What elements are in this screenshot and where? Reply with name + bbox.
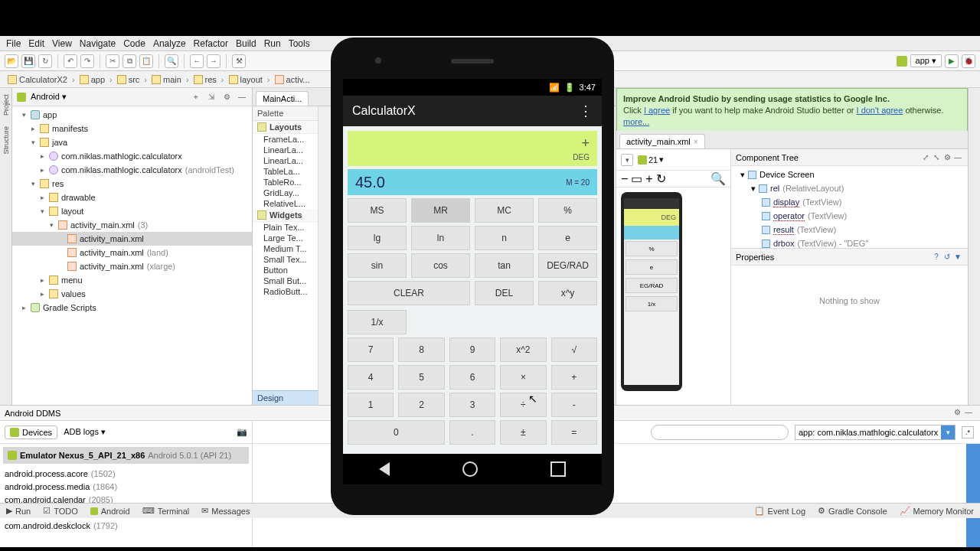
refresh-icon[interactable]: ↻ [656, 171, 666, 186]
key-9[interactable]: 9 [449, 337, 495, 362]
save-icon[interactable]: 💾 [21, 54, 35, 68]
more-link[interactable]: more... [623, 117, 649, 126]
status-todo[interactable]: ☑ TODO [37, 504, 84, 517]
design-tab[interactable]: Design [253, 390, 318, 405]
menu-code[interactable]: Code [123, 38, 145, 49]
collapse-icon[interactable]: ⤡ [931, 152, 942, 163]
key-2[interactable]: 2 [398, 393, 444, 417]
menu-edit[interactable]: Edit [28, 38, 44, 49]
palette-group-widgets[interactable]: Widgets [253, 209, 318, 222]
menu-build[interactable]: Build [236, 38, 256, 49]
key-lg[interactable]: lg [348, 226, 407, 250]
project-view-dropdown[interactable]: Android ▾ [31, 92, 67, 102]
key-sqrt[interactable]: √ [551, 337, 597, 362]
gear-icon[interactable]: ⚙ [221, 92, 232, 103]
hide-icon[interactable]: — [952, 152, 963, 163]
filter-icon[interactable]: ▼ [952, 252, 963, 262]
status-event-log[interactable]: 📋 Event Log [748, 504, 812, 517]
debug-icon[interactable]: 🐞 [962, 54, 975, 68]
menu-analyze[interactable]: Analyze [153, 38, 186, 49]
paste-icon[interactable]: 📋 [139, 54, 153, 68]
key-6[interactable]: 6 [449, 365, 495, 390]
key-add[interactable]: + [551, 365, 597, 390]
palette-group-layouts[interactable]: Layouts [253, 121, 318, 134]
crumb-layout[interactable]: layout [226, 74, 266, 85]
key-n[interactable]: n [475, 226, 534, 250]
key-3[interactable]: 3 [449, 393, 495, 417]
crumb-res[interactable]: res [191, 74, 220, 85]
key-cos[interactable]: cos [411, 253, 470, 278]
key-5[interactable]: 5 [398, 365, 444, 390]
crumb-app[interactable]: app [77, 74, 108, 85]
selected-emulator[interactable]: Emulator Nexus_5_API_21_x86Android 5.0.1… [3, 447, 249, 464]
crumb-src[interactable]: src [114, 74, 143, 85]
key-degrad[interactable]: DEG/RAD [538, 253, 597, 278]
key-mc[interactable]: MC [475, 198, 534, 223]
zoom-in-icon[interactable]: + [645, 172, 652, 186]
gear-icon[interactable]: ⚙ [954, 408, 965, 419]
menu-navigate[interactable]: Navigate [80, 38, 116, 49]
status-messages[interactable]: ✉ Messages [195, 504, 256, 517]
scroll-from-source-icon[interactable]: ⌖ [191, 92, 201, 103]
sync-icon[interactable]: ↻ [38, 54, 52, 68]
menu-refactor[interactable]: Refactor [194, 38, 228, 49]
run-config-dropdown[interactable]: app ▾ [910, 54, 942, 67]
reset-icon[interactable]: ↺ [942, 252, 952, 262]
help-icon[interactable]: ? [931, 252, 942, 262]
run-icon[interactable]: ▶ [945, 54, 959, 68]
key-sin[interactable]: sin [348, 253, 407, 278]
agree-link[interactable]: I agree [644, 106, 670, 115]
find-icon[interactable]: 🔍 [165, 54, 178, 68]
key-7[interactable]: 7 [348, 337, 394, 362]
key-dot[interactable]: . [449, 420, 495, 445]
key-tan[interactable]: tan [475, 253, 534, 278]
hide-icon[interactable]: — [237, 92, 247, 103]
key-ln[interactable]: ln [411, 226, 470, 250]
status-gradle-console[interactable]: ⚙ Gradle Console [812, 504, 893, 517]
key-4[interactable]: 4 [348, 365, 394, 390]
gear-icon[interactable]: ⚙ [942, 152, 952, 163]
open-icon[interactable]: 📂 [5, 54, 18, 68]
key-1[interactable]: 1 [348, 393, 394, 417]
screenshot-icon[interactable]: 📷 [237, 427, 247, 437]
key-mul[interactable]: × [500, 365, 546, 390]
key-div[interactable]: ÷ [500, 393, 546, 417]
redo-icon[interactable]: ↷ [80, 54, 94, 68]
log-search-input[interactable] [651, 425, 789, 440]
crumb-main[interactable]: main [149, 74, 185, 85]
make-icon[interactable]: ⚒ [232, 54, 246, 68]
menu-view[interactable]: View [52, 38, 72, 49]
key-e[interactable]: e [538, 226, 597, 250]
overflow-icon[interactable]: ⋮ [579, 103, 593, 119]
key-del[interactable]: DEL [475, 281, 534, 305]
key-xpy[interactable]: x^y [538, 281, 597, 305]
zoom-out-icon[interactable]: − [621, 172, 628, 186]
search-icon[interactable]: 🔍 [710, 171, 726, 186]
status-android[interactable]: Android [84, 505, 136, 517]
disagree-link[interactable]: I don't agree [857, 106, 903, 115]
nav-home-icon[interactable] [462, 461, 478, 477]
key-pm[interactable]: ± [500, 420, 546, 445]
status-terminal[interactable]: ⌨ Terminal [136, 504, 196, 517]
crumb-file[interactable]: activ... [272, 74, 313, 85]
component-tree[interactable]: ▾Device Screen ▾rel (RelativeLayout) dis… [731, 166, 968, 252]
adb-logs-tab[interactable]: ADB logs ▾ [64, 427, 106, 437]
gutter-project[interactable]: Project [2, 91, 11, 119]
fwd-icon[interactable]: → [207, 54, 220, 68]
key-mr[interactable]: MR [411, 198, 470, 223]
undo-icon[interactable]: ↶ [64, 54, 77, 68]
devices-tab[interactable]: Devices [5, 425, 57, 439]
gutter-structure[interactable]: Structure [2, 123, 11, 158]
key-inv[interactable]: 1/x [348, 310, 407, 334]
crumb-project[interactable]: CalculatorX2 [5, 74, 70, 85]
expand-icon[interactable]: ⤢ [920, 152, 931, 163]
key-percent[interactable]: % [538, 198, 597, 223]
zoom-fit-icon[interactable]: ▭ [631, 171, 642, 186]
menu-run[interactable]: Run [264, 38, 281, 49]
key-eq[interactable]: = [551, 420, 597, 445]
hide-icon[interactable]: — [965, 408, 975, 419]
tab-activity-main[interactable]: activity_main.xml× [619, 134, 705, 148]
device-icon[interactable]: ▾ [621, 154, 633, 166]
key-sq[interactable]: x^2 [500, 337, 546, 362]
menu-file[interactable]: File [6, 38, 21, 49]
